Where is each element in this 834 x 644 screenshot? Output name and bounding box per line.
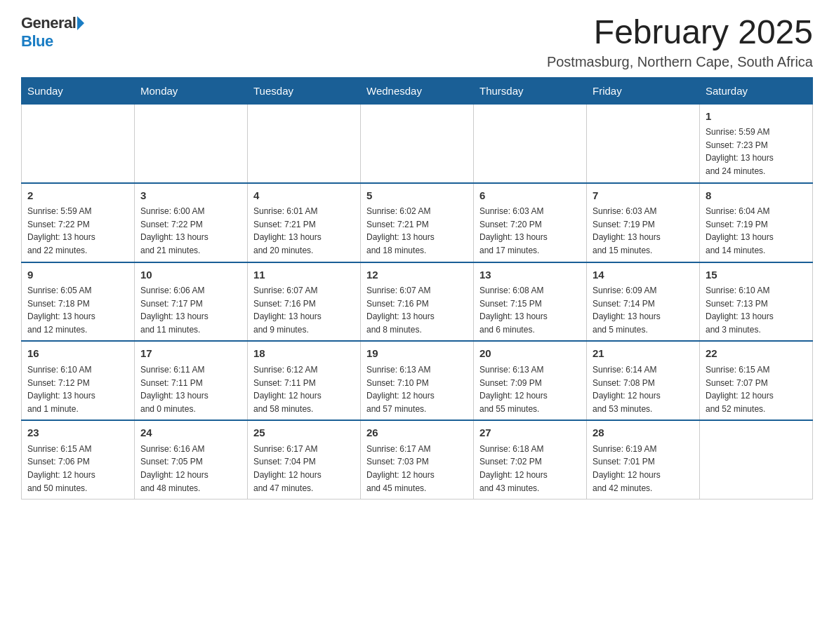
day-info: Sunrise: 6:14 AM Sunset: 7:08 PM Dayligh… xyxy=(593,363,694,415)
day-number: 25 xyxy=(253,425,355,441)
logo-blue: Blue xyxy=(21,32,53,51)
calendar-cell: 7Sunrise: 6:03 AM Sunset: 7:19 PM Daylig… xyxy=(587,183,700,262)
calendar-week-row: 16Sunrise: 6:10 AM Sunset: 7:12 PM Dayli… xyxy=(22,341,813,420)
weekday-header-tuesday: Tuesday xyxy=(248,77,361,104)
day-info: Sunrise: 5:59 AM Sunset: 7:22 PM Dayligh… xyxy=(27,205,128,257)
calendar-cell xyxy=(474,104,587,182)
day-number: 4 xyxy=(253,188,355,204)
day-number: 21 xyxy=(593,346,694,362)
day-info: Sunrise: 6:17 AM Sunset: 7:04 PM Dayligh… xyxy=(253,443,355,495)
day-info: Sunrise: 6:13 AM Sunset: 7:10 PM Dayligh… xyxy=(366,363,468,415)
calendar-cell: 5Sunrise: 6:02 AM Sunset: 7:21 PM Daylig… xyxy=(361,183,474,262)
calendar-cell: 10Sunrise: 6:06 AM Sunset: 7:17 PM Dayli… xyxy=(135,262,248,342)
calendar-cell: 15Sunrise: 6:10 AM Sunset: 7:13 PM Dayli… xyxy=(700,262,813,342)
calendar-cell: 2Sunrise: 5:59 AM Sunset: 7:22 PM Daylig… xyxy=(22,183,135,262)
calendar-cell: 11Sunrise: 6:07 AM Sunset: 7:16 PM Dayli… xyxy=(248,262,361,342)
calendar-table: SundayMondayTuesdayWednesdayThursdayFrid… xyxy=(21,77,813,499)
month-title: February 2025 xyxy=(547,14,813,51)
calendar-cell xyxy=(135,104,248,182)
calendar-cell: 18Sunrise: 6:12 AM Sunset: 7:11 PM Dayli… xyxy=(248,341,361,420)
calendar-cell: 27Sunrise: 6:18 AM Sunset: 7:02 PM Dayli… xyxy=(474,420,587,499)
calendar-cell: 24Sunrise: 6:16 AM Sunset: 7:05 PM Dayli… xyxy=(135,420,248,499)
day-info: Sunrise: 6:10 AM Sunset: 7:12 PM Dayligh… xyxy=(27,363,128,415)
day-number: 19 xyxy=(366,346,468,362)
day-number: 23 xyxy=(27,425,128,441)
calendar-cell: 14Sunrise: 6:09 AM Sunset: 7:14 PM Dayli… xyxy=(587,262,700,342)
calendar-cell: 21Sunrise: 6:14 AM Sunset: 7:08 PM Dayli… xyxy=(587,341,700,420)
calendar-cell xyxy=(700,420,813,499)
calendar-cell: 28Sunrise: 6:19 AM Sunset: 7:01 PM Dayli… xyxy=(587,420,700,499)
day-info: Sunrise: 6:02 AM Sunset: 7:21 PM Dayligh… xyxy=(366,205,468,257)
day-info: Sunrise: 5:59 AM Sunset: 7:23 PM Dayligh… xyxy=(706,126,807,177)
page-header: General Blue February 2025 Postmasburg, … xyxy=(21,14,813,70)
day-info: Sunrise: 6:01 AM Sunset: 7:21 PM Dayligh… xyxy=(253,205,355,257)
weekday-header-friday: Friday xyxy=(587,77,700,104)
day-info: Sunrise: 6:03 AM Sunset: 7:20 PM Dayligh… xyxy=(479,205,581,257)
calendar-cell: 3Sunrise: 6:00 AM Sunset: 7:22 PM Daylig… xyxy=(135,183,248,262)
logo-general: General xyxy=(21,14,76,32)
calendar-cell: 23Sunrise: 6:15 AM Sunset: 7:06 PM Dayli… xyxy=(22,420,135,499)
title-section: February 2025 Postmasburg, Northern Cape… xyxy=(547,14,813,70)
day-info: Sunrise: 6:03 AM Sunset: 7:19 PM Dayligh… xyxy=(593,205,694,257)
calendar-cell: 9Sunrise: 6:05 AM Sunset: 7:18 PM Daylig… xyxy=(22,262,135,342)
day-number: 6 xyxy=(479,188,581,204)
day-number: 26 xyxy=(366,425,468,441)
day-number: 17 xyxy=(140,346,241,362)
day-info: Sunrise: 6:16 AM Sunset: 7:05 PM Dayligh… xyxy=(140,443,241,495)
day-number: 11 xyxy=(253,267,355,283)
day-number: 15 xyxy=(706,267,807,283)
day-info: Sunrise: 6:05 AM Sunset: 7:18 PM Dayligh… xyxy=(27,284,128,336)
day-info: Sunrise: 6:17 AM Sunset: 7:03 PM Dayligh… xyxy=(366,443,468,495)
weekday-header-thursday: Thursday xyxy=(474,77,587,104)
day-number: 3 xyxy=(140,188,241,204)
weekday-header-saturday: Saturday xyxy=(700,77,813,104)
calendar-week-row: 23Sunrise: 6:15 AM Sunset: 7:06 PM Dayli… xyxy=(22,420,813,499)
day-info: Sunrise: 6:10 AM Sunset: 7:13 PM Dayligh… xyxy=(706,284,807,336)
calendar-cell xyxy=(22,104,135,182)
day-number: 20 xyxy=(479,346,581,362)
day-info: Sunrise: 6:13 AM Sunset: 7:09 PM Dayligh… xyxy=(479,363,581,415)
day-number: 24 xyxy=(140,425,241,441)
day-info: Sunrise: 6:04 AM Sunset: 7:19 PM Dayligh… xyxy=(706,205,807,257)
calendar-cell: 17Sunrise: 6:11 AM Sunset: 7:11 PM Dayli… xyxy=(135,341,248,420)
day-number: 7 xyxy=(593,188,694,204)
calendar-cell: 13Sunrise: 6:08 AM Sunset: 7:15 PM Dayli… xyxy=(474,262,587,342)
day-number: 28 xyxy=(593,425,694,441)
calendar-cell xyxy=(248,104,361,182)
day-info: Sunrise: 6:19 AM Sunset: 7:01 PM Dayligh… xyxy=(593,443,694,495)
calendar-cell: 26Sunrise: 6:17 AM Sunset: 7:03 PM Dayli… xyxy=(361,420,474,499)
calendar-cell: 22Sunrise: 6:15 AM Sunset: 7:07 PM Dayli… xyxy=(700,341,813,420)
calendar-week-row: 1Sunrise: 5:59 AM Sunset: 7:23 PM Daylig… xyxy=(22,104,813,182)
location-title: Postmasburg, Northern Cape, South Africa xyxy=(547,54,813,70)
day-number: 8 xyxy=(706,188,807,204)
day-number: 18 xyxy=(253,346,355,362)
day-info: Sunrise: 6:18 AM Sunset: 7:02 PM Dayligh… xyxy=(479,443,581,495)
day-number: 16 xyxy=(27,346,128,362)
day-number: 12 xyxy=(366,267,468,283)
day-number: 1 xyxy=(706,109,807,125)
calendar-cell: 19Sunrise: 6:13 AM Sunset: 7:10 PM Dayli… xyxy=(361,341,474,420)
day-info: Sunrise: 6:00 AM Sunset: 7:22 PM Dayligh… xyxy=(140,205,241,257)
day-number: 2 xyxy=(27,188,128,204)
weekday-header-wednesday: Wednesday xyxy=(361,77,474,104)
calendar-week-row: 2Sunrise: 5:59 AM Sunset: 7:22 PM Daylig… xyxy=(22,183,813,262)
day-number: 10 xyxy=(140,267,241,283)
day-number: 5 xyxy=(366,188,468,204)
day-number: 14 xyxy=(593,267,694,283)
day-info: Sunrise: 6:07 AM Sunset: 7:16 PM Dayligh… xyxy=(366,284,468,336)
calendar-cell xyxy=(587,104,700,182)
day-info: Sunrise: 6:08 AM Sunset: 7:15 PM Dayligh… xyxy=(479,284,581,336)
day-info: Sunrise: 6:06 AM Sunset: 7:17 PM Dayligh… xyxy=(140,284,241,336)
calendar-cell: 16Sunrise: 6:10 AM Sunset: 7:12 PM Dayli… xyxy=(22,341,135,420)
calendar-cell: 12Sunrise: 6:07 AM Sunset: 7:16 PM Dayli… xyxy=(361,262,474,342)
calendar-cell: 6Sunrise: 6:03 AM Sunset: 7:20 PM Daylig… xyxy=(474,183,587,262)
day-number: 9 xyxy=(27,267,128,283)
day-info: Sunrise: 6:12 AM Sunset: 7:11 PM Dayligh… xyxy=(253,363,355,415)
calendar-cell: 8Sunrise: 6:04 AM Sunset: 7:19 PM Daylig… xyxy=(700,183,813,262)
day-number: 13 xyxy=(479,267,581,283)
calendar-cell: 4Sunrise: 6:01 AM Sunset: 7:21 PM Daylig… xyxy=(248,183,361,262)
logo-arrow-icon xyxy=(77,16,84,30)
calendar-cell xyxy=(361,104,474,182)
calendar-cell: 25Sunrise: 6:17 AM Sunset: 7:04 PM Dayli… xyxy=(248,420,361,499)
weekday-header-monday: Monday xyxy=(135,77,248,104)
